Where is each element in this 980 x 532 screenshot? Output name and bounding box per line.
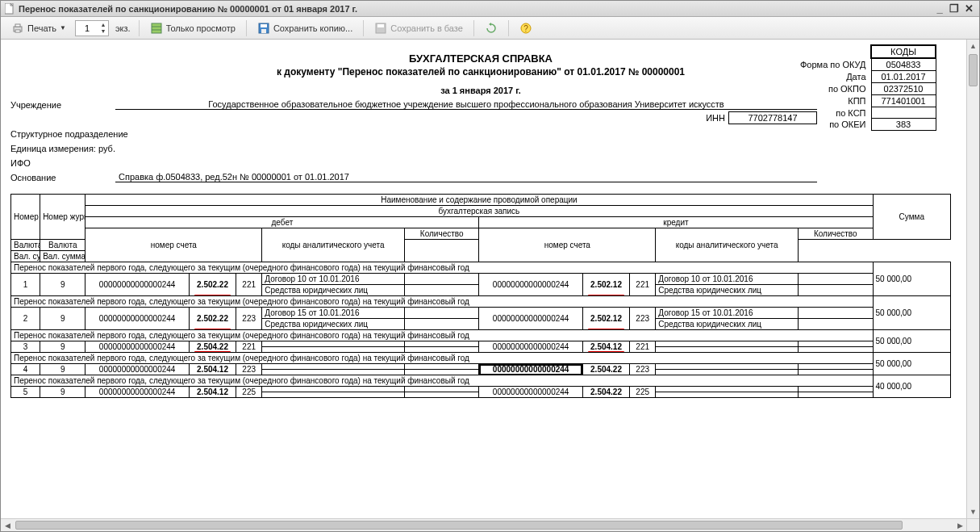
debit-analytics-2 [262, 392, 405, 398]
print-button[interactable]: Печать ▼ [6, 19, 72, 37]
row-journal: 9 [40, 387, 85, 398]
credit-code: 2.502.12 [582, 274, 629, 296]
section-text: Перенос показателей первого года, следую… [11, 353, 874, 364]
credit-currency [799, 370, 874, 375]
basis-text: Справка ф.0504833, ред.52н № 00000001 от… [115, 172, 817, 182]
section-row: Перенос показателей первого года, следую… [11, 296, 951, 308]
debit-suffix: 223 [236, 308, 262, 330]
row-num: 3 [11, 341, 40, 353]
debit-analytics-1 [262, 387, 405, 392]
horizontal-scrollbar[interactable]: ◀ ▶ [1, 518, 966, 531]
preview-only-button[interactable]: Только просмотр [144, 19, 241, 37]
debit-account: 00000000000000244 [85, 341, 190, 353]
table-row[interactable]: 19000000000000002442.502.22221Договор 10… [11, 274, 951, 285]
credit-qty [799, 341, 874, 347]
credit-account[interactable]: 00000000000000244 [479, 341, 583, 353]
okpo-value: 02372510 [871, 83, 936, 95]
section-row: Перенос показателей первого года, следую… [11, 353, 951, 364]
section-row: Перенос показателей первого года, следую… [11, 375, 951, 387]
row-num: 2 [11, 308, 40, 330]
credit-suffix: 225 [630, 387, 656, 398]
section-text: Перенос показателей первого года, следую… [11, 262, 874, 274]
maximize-button[interactable]: ❐ [947, 2, 961, 15]
refresh-button[interactable] [479, 19, 503, 37]
content-area: КОДЫ Форма по ОКУД0504833 Дата01.01.2017… [1, 40, 979, 531]
debit-qty [405, 274, 479, 285]
credit-suffix: 223 [630, 364, 656, 375]
credit-suffix: 221 [630, 274, 656, 296]
table-row[interactable]: 39000000000000002442.504.222210000000000… [11, 341, 951, 347]
credit-analytics-2 [656, 392, 799, 398]
refresh-icon [485, 22, 498, 35]
section-row: Перенос показателей первого года, следую… [11, 330, 951, 341]
close-button[interactable]: ✕ [961, 2, 976, 15]
save-to-db-button: Сохранить в базе [369, 19, 469, 37]
inn-label: ИНН [706, 113, 725, 123]
debit-analytics-2: Средства юридических лиц [262, 319, 405, 330]
save-to-db-label: Сохранить в базе [390, 23, 463, 33]
printer-icon [11, 22, 24, 35]
debit-qty [405, 387, 479, 392]
copies-input[interactable] [76, 23, 98, 33]
date-label: Дата [795, 71, 871, 83]
sum-cell: 50 000,00 [873, 262, 951, 296]
minimize-button[interactable]: _ [932, 2, 947, 15]
credit-qty [799, 387, 874, 392]
credit-analytics-1 [656, 364, 799, 370]
debit-analytics-2: Средства юридических лиц [262, 285, 405, 296]
dropdown-icon: ▼ [60, 24, 66, 31]
scroll-thumb-h[interactable] [15, 521, 903, 530]
credit-analytics-1 [656, 387, 799, 392]
copies-spinner[interactable]: ▲ ▼ [75, 20, 109, 36]
svg-text:?: ? [523, 24, 528, 33]
scroll-right-icon[interactable]: ▶ [953, 519, 966, 531]
debit-account: 00000000000000244 [85, 387, 190, 398]
credit-account[interactable]: 00000000000000244 [479, 387, 583, 398]
th-sum: Сумма [873, 195, 951, 240]
table-row[interactable]: 49000000000000002442.504.122230000000000… [11, 364, 951, 370]
help-icon: ? [519, 22, 532, 35]
save-copy-button[interactable]: Сохранить копию... [252, 19, 358, 37]
credit-account[interactable]: 00000000000000244 [479, 308, 583, 330]
codes-block: КОДЫ Форма по ОКУД0504833 Дата01.01.2017… [795, 44, 936, 131]
scroll-left-icon[interactable]: ◀ [1, 519, 14, 531]
ksp-value [871, 107, 936, 119]
scroll-up-icon[interactable]: ▲ [967, 40, 979, 52]
th-d-account: номер счета [85, 228, 262, 262]
credit-analytics-1: Договор 10 от 10.01.2016 [656, 274, 799, 285]
debit-suffix: 221 [236, 274, 262, 296]
th-c-currency: Валюта [40, 240, 85, 251]
sum-cell: 50 000,00 [873, 330, 951, 353]
debit-suffix: 225 [236, 387, 262, 398]
debit-code: 2.502.22 [189, 308, 236, 330]
th-num: Номер п/п [11, 195, 40, 240]
scroll-down-icon[interactable]: ▼ [967, 505, 979, 518]
credit-analytics-1 [656, 341, 799, 347]
debit-analytics-1: Договор 15 от 10.01.2016 [262, 308, 405, 319]
debit-analytics-2 [262, 347, 405, 353]
debit-account: 00000000000000244 [85, 364, 190, 375]
section-text: Перенос показателей первого года, следую… [11, 296, 874, 308]
credit-account[interactable]: 00000000000000244 [479, 364, 583, 375]
th-c-account: номер счета [479, 228, 656, 262]
credit-account[interactable]: 00000000000000244 [479, 274, 583, 296]
okei-value: 383 [871, 119, 936, 131]
scroll-thumb-v[interactable] [969, 54, 978, 86]
vertical-scrollbar[interactable]: ▲ ▼ [966, 40, 979, 518]
table-row[interactable]: 59000000000000002442.504.122250000000000… [11, 387, 951, 392]
sum-cell: 50 000,00 [873, 296, 951, 330]
th-credit: кредит [479, 217, 873, 228]
basis-label: Основание [10, 173, 115, 182]
credit-qty [799, 308, 874, 319]
spin-up-icon[interactable]: ▲ [98, 22, 108, 28]
debit-qty [405, 341, 479, 347]
debit-analytics-1 [262, 364, 405, 370]
spin-down-icon[interactable]: ▼ [98, 28, 108, 35]
th-journal: Номер журнала [40, 195, 85, 240]
help-button[interactable]: ? [514, 19, 538, 37]
credit-code: 2.504.22 [582, 364, 629, 375]
table-lock-icon [150, 22, 163, 35]
th-d-currency: Валюта [11, 240, 40, 251]
table-row[interactable]: 29000000000000002442.502.22223Договор 15… [11, 308, 951, 319]
credit-code: 2.502.12 [582, 308, 629, 330]
